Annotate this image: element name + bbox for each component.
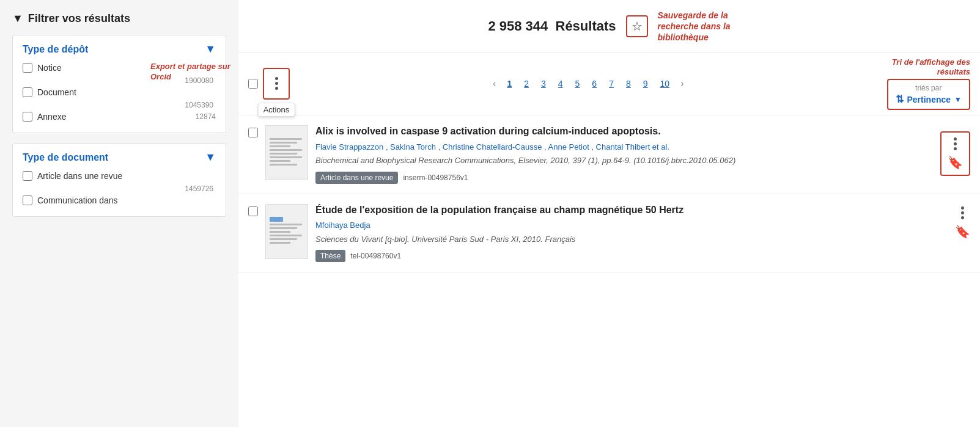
chevron-down-icon-2[interactable]: ▼ [205,151,216,164]
actions-tooltip: Actions [258,103,295,117]
thumb-line [270,238,297,240]
filter-document-checkbox[interactable] [23,87,32,97]
result-2-journal: Sciences du Vivant [q-bio]. Université P… [315,234,948,245]
thumb-line [270,153,297,155]
thumb-line [270,138,302,140]
thumb-line [270,160,290,162]
filter-notice-label: Notice [37,63,62,73]
dot-3 [275,87,278,90]
filter-annexe-label: Annexe [37,112,66,122]
thumb-line [270,145,290,147]
actions-area: Export et partage sur Orcid Actions [248,68,290,100]
filter-section-type-document: Type de document ▼ Article dans une revu… [12,143,226,217]
page-1-button[interactable]: 1 [502,76,517,91]
result-1-bookmark-button[interactable]: 🔖 [948,155,963,170]
filter-article-count: 1459726 [23,184,216,193]
save-search-annotation: Sauvegarde de la recherche dans la bibli… [658,10,731,43]
filter-icon: ▼ [12,12,23,25]
result-2-type-badge: Thèse [315,250,345,262]
sort-label: triés par [915,84,941,92]
dot-1 [275,77,278,80]
result-2-actions: 🔖 [955,206,970,239]
page-2-button[interactable]: 2 [519,76,534,91]
result-1-thumbnail [265,125,308,180]
result-1-journal: Biochemical and Biophysical Research Com… [315,155,933,166]
sort-annotation: Tri de l'affichage des résultats [892,57,970,78]
header-bar: 2 958 344 Résultats ☆ Sauvegarde de la r… [238,0,980,53]
sort-arrow-icon: ▼ [954,95,962,104]
result-2-checkbox[interactable] [248,206,258,216]
dot-2 [275,82,278,85]
result-1-type-badge: Article dans une revue [315,172,398,184]
thumb-line [270,149,302,151]
filter-section-type-depot: Type de dépôt ▼ Notice 1900080 Document … [12,35,226,133]
page-5-button[interactable]: 5 [570,76,585,91]
result-2-tags: Thèse tel-00498760v1 [315,250,948,262]
page-10-button[interactable]: 10 [655,76,675,91]
page-3-button[interactable]: 3 [536,76,551,91]
actions-btn-wrap: Actions [263,68,290,100]
results-count: 2 958 344 Résultats [488,18,616,34]
page-6-button[interactable]: 6 [587,76,602,91]
table-row: Étude de l'exposition de la population f… [238,194,980,272]
result-1-authors: Flavie Strappazzon , Sakina Torch , Chri… [315,142,933,153]
sort-select[interactable]: ⇅ Pertinence ▼ [896,93,962,105]
sort-icon: ⇅ [896,93,904,105]
result-1-more-button[interactable] [954,137,957,150]
thumb-line [270,142,297,144]
result-1-tags: Article dans une revue inserm-00498756v1 [315,172,933,184]
prev-page-button[interactable]: ‹ [489,76,499,92]
export-annotation: Export et partage sur Orcid [150,62,230,82]
sort-value-text: Pertinence [907,95,951,104]
filter-annexe-checkbox[interactable] [23,112,32,122]
result-1-checkbox[interactable] [248,128,258,137]
next-page-button[interactable]: › [677,76,687,92]
select-all-checkbox[interactable] [248,79,258,89]
filter-article-checkbox[interactable] [23,171,32,181]
filter-document-item: Document [23,87,216,97]
thumb-line [270,242,290,244]
result-2-more-button[interactable] [961,206,964,219]
thumb-line [270,164,297,166]
result-2-hal-id: tel-00498760v1 [350,252,401,260]
result-2-thumbnail [265,204,308,259]
pagination-row: Export et partage sur Orcid Actions [238,53,980,116]
filter-annexe-item: Annexe 12874 [23,112,216,122]
result-2-authors: Mfoihaya Bedja [315,220,948,231]
results-list: Alix is involved in caspase 9 activation… [238,115,980,272]
filter-article-item: Article dans une revue [23,171,216,181]
chevron-down-icon[interactable]: ▼ [205,43,216,56]
result-1-content: Alix is involved in caspase 9 activation… [315,125,933,183]
dot [961,216,964,219]
table-row: Alix is involved in caspase 9 activation… [238,115,980,194]
sort-area: Tri de l'affichage des résultats triés p… [887,57,970,111]
thumb-line [270,235,302,236]
dot [954,147,957,150]
filter-document-list: Article dans une revue 1459726 Communica… [23,171,216,209]
main-content: 2 958 344 Résultats ☆ Sauvegarde de la r… [238,0,980,427]
filter-section-document-header: Type de document ▼ [23,151,216,164]
thumb-line [270,227,297,229]
page-4-button[interactable]: 4 [553,76,568,91]
dot [954,137,957,141]
thumb-line [270,231,290,233]
thumb-line [270,156,302,158]
filter-title: ▼ Filtrer vos résultats [12,12,226,25]
filter-communication-checkbox[interactable] [23,195,32,205]
filter-annexe-count: 12874 [196,112,216,121]
actions-button[interactable] [263,68,290,100]
dot [954,142,957,145]
result-2-bookmark-button[interactable]: 🔖 [955,224,970,239]
result-2-content: Étude de l'exposition de la population f… [315,204,948,262]
filter-notice-checkbox[interactable] [23,63,32,73]
filter-section-document-title: Type de document [23,152,108,163]
page-7-button[interactable]: 7 [604,76,619,91]
save-search-button[interactable]: ☆ [626,15,648,37]
thumb-colored [270,217,283,222]
page-9-button[interactable]: 9 [638,76,653,91]
filter-communication-item: Communication dans [23,195,216,205]
result-1-hal-id: inserm-00498756v1 [403,173,468,182]
pagination: ‹ 1 2 3 4 5 6 7 8 9 10 › [489,76,687,92]
page-8-button[interactable]: 8 [621,76,636,91]
filter-section-depot-header: Type de dépôt ▼ [23,43,216,56]
